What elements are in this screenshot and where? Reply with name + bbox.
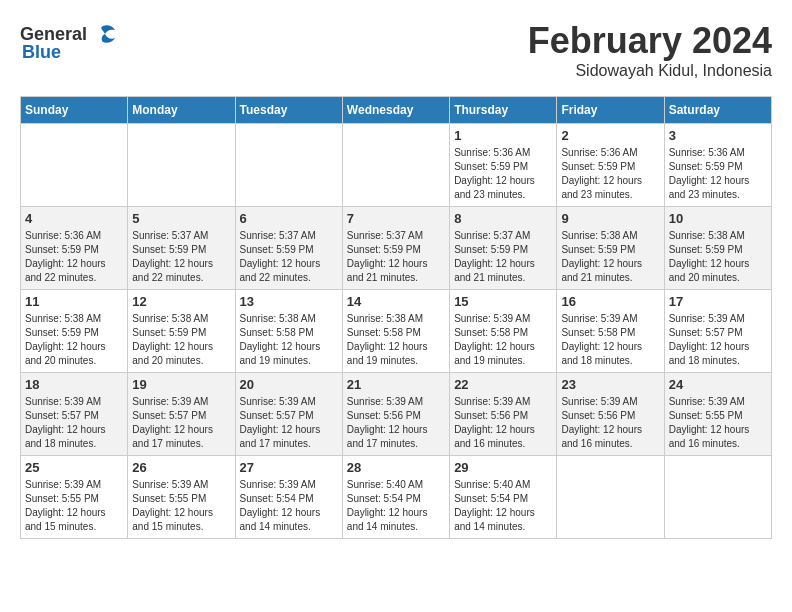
day-info: Sunrise: 5:39 AM Sunset: 5:55 PM Dayligh… [25, 478, 123, 534]
calendar-cell [128, 124, 235, 207]
day-number: 5 [132, 211, 230, 226]
calendar-cell: 8Sunrise: 5:37 AM Sunset: 5:59 PM Daylig… [450, 207, 557, 290]
calendar-week-row: 11Sunrise: 5:38 AM Sunset: 5:59 PM Dayli… [21, 290, 772, 373]
day-number: 16 [561, 294, 659, 309]
calendar-week-row: 25Sunrise: 5:39 AM Sunset: 5:55 PM Dayli… [21, 456, 772, 539]
day-info: Sunrise: 5:39 AM Sunset: 5:57 PM Dayligh… [240, 395, 338, 451]
calendar-table: SundayMondayTuesdayWednesdayThursdayFrid… [20, 96, 772, 539]
day-number: 13 [240, 294, 338, 309]
header-monday: Monday [128, 97, 235, 124]
day-number: 2 [561, 128, 659, 143]
calendar-cell [557, 456, 664, 539]
day-number: 7 [347, 211, 445, 226]
calendar-week-row: 1Sunrise: 5:36 AM Sunset: 5:59 PM Daylig… [21, 124, 772, 207]
day-info: Sunrise: 5:39 AM Sunset: 5:57 PM Dayligh… [132, 395, 230, 451]
day-info: Sunrise: 5:39 AM Sunset: 5:57 PM Dayligh… [669, 312, 767, 368]
day-number: 8 [454, 211, 552, 226]
calendar-cell: 13Sunrise: 5:38 AM Sunset: 5:58 PM Dayli… [235, 290, 342, 373]
day-info: Sunrise: 5:39 AM Sunset: 5:58 PM Dayligh… [454, 312, 552, 368]
day-info: Sunrise: 5:37 AM Sunset: 5:59 PM Dayligh… [454, 229, 552, 285]
calendar-week-row: 4Sunrise: 5:36 AM Sunset: 5:59 PM Daylig… [21, 207, 772, 290]
day-number: 18 [25, 377, 123, 392]
day-number: 25 [25, 460, 123, 475]
day-number: 29 [454, 460, 552, 475]
calendar-cell: 7Sunrise: 5:37 AM Sunset: 5:59 PM Daylig… [342, 207, 449, 290]
day-info: Sunrise: 5:38 AM Sunset: 5:58 PM Dayligh… [347, 312, 445, 368]
day-number: 14 [347, 294, 445, 309]
day-number: 24 [669, 377, 767, 392]
calendar-cell: 24Sunrise: 5:39 AM Sunset: 5:55 PM Dayli… [664, 373, 771, 456]
calendar-cell [342, 124, 449, 207]
calendar-cell: 27Sunrise: 5:39 AM Sunset: 5:54 PM Dayli… [235, 456, 342, 539]
day-number: 20 [240, 377, 338, 392]
header-tuesday: Tuesday [235, 97, 342, 124]
day-info: Sunrise: 5:36 AM Sunset: 5:59 PM Dayligh… [25, 229, 123, 285]
day-number: 11 [25, 294, 123, 309]
calendar-cell [235, 124, 342, 207]
day-number: 4 [25, 211, 123, 226]
calendar-cell: 4Sunrise: 5:36 AM Sunset: 5:59 PM Daylig… [21, 207, 128, 290]
title-section: February 2024 Sidowayah Kidul, Indonesia [528, 20, 772, 80]
calendar-cell: 28Sunrise: 5:40 AM Sunset: 5:54 PM Dayli… [342, 456, 449, 539]
calendar-week-row: 18Sunrise: 5:39 AM Sunset: 5:57 PM Dayli… [21, 373, 772, 456]
logo: General Blue [20, 20, 117, 63]
calendar-cell: 25Sunrise: 5:39 AM Sunset: 5:55 PM Dayli… [21, 456, 128, 539]
calendar-cell: 16Sunrise: 5:39 AM Sunset: 5:58 PM Dayli… [557, 290, 664, 373]
calendar-cell: 17Sunrise: 5:39 AM Sunset: 5:57 PM Dayli… [664, 290, 771, 373]
day-info: Sunrise: 5:38 AM Sunset: 5:59 PM Dayligh… [669, 229, 767, 285]
day-number: 22 [454, 377, 552, 392]
day-info: Sunrise: 5:36 AM Sunset: 5:59 PM Dayligh… [561, 146, 659, 202]
day-info: Sunrise: 5:40 AM Sunset: 5:54 PM Dayligh… [347, 478, 445, 534]
header-saturday: Saturday [664, 97, 771, 124]
calendar-cell: 18Sunrise: 5:39 AM Sunset: 5:57 PM Dayli… [21, 373, 128, 456]
day-info: Sunrise: 5:40 AM Sunset: 5:54 PM Dayligh… [454, 478, 552, 534]
logo-blue-text: Blue [22, 42, 61, 63]
month-year-title: February 2024 [528, 20, 772, 62]
day-number: 21 [347, 377, 445, 392]
day-info: Sunrise: 5:39 AM Sunset: 5:56 PM Dayligh… [454, 395, 552, 451]
day-info: Sunrise: 5:38 AM Sunset: 5:58 PM Dayligh… [240, 312, 338, 368]
day-info: Sunrise: 5:37 AM Sunset: 5:59 PM Dayligh… [132, 229, 230, 285]
calendar-header-row: SundayMondayTuesdayWednesdayThursdayFrid… [21, 97, 772, 124]
day-number: 1 [454, 128, 552, 143]
calendar-cell: 15Sunrise: 5:39 AM Sunset: 5:58 PM Dayli… [450, 290, 557, 373]
calendar-cell: 11Sunrise: 5:38 AM Sunset: 5:59 PM Dayli… [21, 290, 128, 373]
calendar-cell: 21Sunrise: 5:39 AM Sunset: 5:56 PM Dayli… [342, 373, 449, 456]
calendar-cell: 26Sunrise: 5:39 AM Sunset: 5:55 PM Dayli… [128, 456, 235, 539]
calendar-cell: 1Sunrise: 5:36 AM Sunset: 5:59 PM Daylig… [450, 124, 557, 207]
calendar-cell: 10Sunrise: 5:38 AM Sunset: 5:59 PM Dayli… [664, 207, 771, 290]
day-info: Sunrise: 5:37 AM Sunset: 5:59 PM Dayligh… [347, 229, 445, 285]
day-number: 17 [669, 294, 767, 309]
day-info: Sunrise: 5:39 AM Sunset: 5:54 PM Dayligh… [240, 478, 338, 534]
day-number: 28 [347, 460, 445, 475]
calendar-cell: 12Sunrise: 5:38 AM Sunset: 5:59 PM Dayli… [128, 290, 235, 373]
day-info: Sunrise: 5:39 AM Sunset: 5:58 PM Dayligh… [561, 312, 659, 368]
day-info: Sunrise: 5:39 AM Sunset: 5:57 PM Dayligh… [25, 395, 123, 451]
day-info: Sunrise: 5:37 AM Sunset: 5:59 PM Dayligh… [240, 229, 338, 285]
day-info: Sunrise: 5:39 AM Sunset: 5:56 PM Dayligh… [561, 395, 659, 451]
day-number: 27 [240, 460, 338, 475]
calendar-cell: 2Sunrise: 5:36 AM Sunset: 5:59 PM Daylig… [557, 124, 664, 207]
calendar-cell: 19Sunrise: 5:39 AM Sunset: 5:57 PM Dayli… [128, 373, 235, 456]
calendar-cell: 14Sunrise: 5:38 AM Sunset: 5:58 PM Dayli… [342, 290, 449, 373]
day-number: 26 [132, 460, 230, 475]
day-info: Sunrise: 5:36 AM Sunset: 5:59 PM Dayligh… [454, 146, 552, 202]
day-number: 19 [132, 377, 230, 392]
day-number: 3 [669, 128, 767, 143]
day-info: Sunrise: 5:39 AM Sunset: 5:56 PM Dayligh… [347, 395, 445, 451]
day-number: 15 [454, 294, 552, 309]
day-number: 10 [669, 211, 767, 226]
calendar-cell: 22Sunrise: 5:39 AM Sunset: 5:56 PM Dayli… [450, 373, 557, 456]
day-info: Sunrise: 5:38 AM Sunset: 5:59 PM Dayligh… [132, 312, 230, 368]
calendar-cell [664, 456, 771, 539]
location-subtitle: Sidowayah Kidul, Indonesia [528, 62, 772, 80]
day-info: Sunrise: 5:39 AM Sunset: 5:55 PM Dayligh… [132, 478, 230, 534]
day-number: 6 [240, 211, 338, 226]
day-info: Sunrise: 5:38 AM Sunset: 5:59 PM Dayligh… [25, 312, 123, 368]
calendar-cell: 9Sunrise: 5:38 AM Sunset: 5:59 PM Daylig… [557, 207, 664, 290]
logo-bird-icon [89, 20, 117, 48]
day-info: Sunrise: 5:36 AM Sunset: 5:59 PM Dayligh… [669, 146, 767, 202]
day-info: Sunrise: 5:39 AM Sunset: 5:55 PM Dayligh… [669, 395, 767, 451]
calendar-cell: 23Sunrise: 5:39 AM Sunset: 5:56 PM Dayli… [557, 373, 664, 456]
header-friday: Friday [557, 97, 664, 124]
